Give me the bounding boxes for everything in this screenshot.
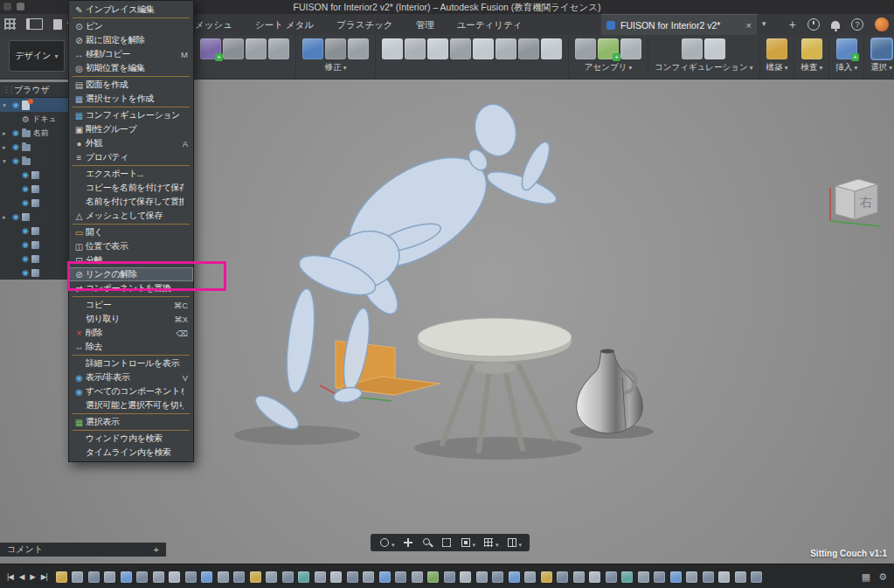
- timeline-feature-icon[interactable]: [589, 571, 600, 583]
- help-icon[interactable]: [851, 18, 863, 31]
- tool-icon[interactable]: [541, 38, 562, 59]
- tool-icon[interactable]: [200, 38, 221, 59]
- context-menu-item[interactable]: 選択可能と選択不可を切り替え: [69, 398, 193, 412]
- ribbon-group-label[interactable]: コンフィギュレーション: [655, 62, 753, 73]
- timeline-feature-icon[interactable]: [121, 571, 132, 583]
- context-menu-item[interactable]: ◎ 初期位置を編集: [69, 61, 193, 75]
- timeline-feature-icon[interactable]: [266, 571, 277, 583]
- app-grid-icon[interactable]: [4, 18, 16, 30]
- comment-bar[interactable]: コメント +: [0, 543, 166, 557]
- context-menu-item[interactable]: × 削除 ⌫: [69, 326, 193, 340]
- visibility-eye-icon[interactable]: [22, 226, 29, 235]
- job-status-icon[interactable]: [807, 18, 820, 31]
- ribbon-group-label[interactable]: 修正: [325, 62, 347, 73]
- context-menu-item[interactable]: コピーを名前を付けて保存...: [69, 181, 193, 195]
- timeline-feature-icon[interactable]: [509, 571, 520, 583]
- visibility-eye-icon[interactable]: [12, 156, 19, 165]
- timeline-feature-icon[interactable]: [315, 571, 326, 583]
- chevron-icon[interactable]: ▸: [3, 213, 10, 221]
- tool-icon[interactable]: [223, 38, 244, 59]
- context-menu-item[interactable]: ⇄ コンポーネントを置換: [69, 281, 193, 295]
- zoom-icon[interactable]: [418, 536, 437, 549]
- ribbon-group-label[interactable]: アセンブリ: [585, 62, 632, 73]
- timeline-feature-icon[interactable]: [136, 571, 148, 583]
- timeline-feature-icon[interactable]: [751, 571, 762, 583]
- context-menu-item[interactable]: [73, 355, 190, 356]
- timeline-feature-icon[interactable]: [201, 571, 212, 583]
- orbit-icon[interactable]: [375, 535, 398, 550]
- context-menu-item[interactable]: [73, 224, 190, 225]
- context-menu-item[interactable]: ▤ 図面を作成: [69, 78, 193, 92]
- timeline-feature-icon[interactable]: [670, 571, 682, 583]
- timeline-feature-icon[interactable]: [347, 571, 358, 583]
- context-menu-item[interactable]: ≡ プロパティ: [69, 150, 193, 164]
- tool-icon[interactable]: [427, 38, 448, 59]
- tool-icon[interactable]: [405, 38, 426, 59]
- timeline-feature-icon[interactable]: [379, 571, 391, 583]
- metal-vase[interactable]: [577, 349, 643, 434]
- timeline-feature-icon[interactable]: [330, 571, 342, 583]
- chevron-icon[interactable]: ▾: [3, 157, 10, 165]
- visibility-eye-icon[interactable]: [12, 100, 19, 109]
- tool-icon[interactable]: [598, 38, 619, 59]
- tool-icon[interactable]: [268, 38, 289, 59]
- workspace-selector[interactable]: デザイン: [9, 40, 65, 72]
- toolbar-tab[interactable]: シート メタル: [244, 14, 325, 35]
- pan-icon[interactable]: [398, 536, 418, 549]
- tool-icon[interactable]: [325, 38, 346, 59]
- timeline-feature-icon[interactable]: [703, 571, 714, 583]
- context-menu-item[interactable]: ▦ 選択セットを作成: [69, 92, 193, 106]
- tool-icon[interactable]: [450, 38, 471, 59]
- tool-icon[interactable]: [518, 38, 539, 59]
- context-menu-item[interactable]: タイムライン内を検索: [69, 446, 193, 460]
- timeline-feature-icon[interactable]: [395, 571, 406, 583]
- context-menu-item[interactable]: ▣ 剛性グループ: [69, 122, 193, 136]
- look-at-icon[interactable]: [456, 535, 480, 550]
- timeline-feature-icon[interactable]: [169, 571, 180, 583]
- timeline-feature-icon[interactable]: [104, 571, 115, 583]
- visibility-eye-icon[interactable]: [22, 170, 29, 179]
- timeline-feature-icon[interactable]: [606, 571, 617, 583]
- tool-icon[interactable]: [246, 38, 267, 59]
- context-menu-item[interactable]: エクスポート...: [69, 167, 193, 181]
- chevron-icon[interactable]: ▸: [3, 143, 10, 151]
- tool-icon[interactable]: [704, 38, 725, 59]
- tool-icon[interactable]: [766, 38, 787, 59]
- timeline-feature-icon[interactable]: [185, 571, 197, 583]
- new-tab-icon[interactable]: [789, 17, 796, 32]
- tool-icon[interactable]: [382, 38, 403, 59]
- file-menu-icon[interactable]: [53, 19, 62, 30]
- toolbar-tab[interactable]: プラスチック: [325, 14, 404, 35]
- timeline-feature-icon[interactable]: [427, 571, 439, 583]
- context-menu-item[interactable]: [73, 165, 190, 166]
- context-menu-item[interactable]: △ メッシュとして保存: [69, 209, 193, 223]
- tool-icon[interactable]: [473, 38, 494, 59]
- toolbar-tab[interactable]: 管理: [405, 14, 446, 35]
- tool-icon[interactable]: [836, 38, 857, 59]
- display-settings-icon[interactable]: [502, 535, 526, 550]
- user-avatar[interactable]: [875, 17, 889, 31]
- timeline-feature-icon[interactable]: [686, 571, 697, 583]
- timeline-feature-icon[interactable]: [250, 571, 261, 583]
- context-menu-item[interactable]: ● 外観 A: [69, 136, 193, 150]
- context-menu-item[interactable]: ▦ 選択表示: [69, 415, 193, 429]
- tool-icon[interactable]: [801, 38, 822, 59]
- context-menu-item[interactable]: ▦ コンフィギュレーション: [69, 108, 193, 122]
- tool-icon[interactable]: [496, 38, 516, 59]
- ribbon-group-label[interactable]: 構築: [766, 62, 788, 73]
- context-menu-item[interactable]: ⊙ ピン: [69, 19, 193, 33]
- context-menu-item[interactable]: 切り取り ⌘X: [69, 312, 193, 326]
- tool-icon[interactable]: [682, 38, 703, 59]
- tool-icon[interactable]: [348, 38, 369, 59]
- timeline-option-icon[interactable]: ⚙: [878, 571, 887, 583]
- context-menu-item[interactable]: コピー ⌘C: [69, 298, 193, 312]
- visibility-eye-icon[interactable]: [22, 240, 29, 249]
- context-menu-item[interactable]: ◉ 表示/非表示 V: [69, 370, 193, 384]
- context-menu-item[interactable]: [73, 413, 190, 414]
- context-menu-item[interactable]: ◉ すべてのコンポーネントを表示: [69, 384, 193, 398]
- chevron-icon[interactable]: ▾: [3, 101, 10, 109]
- context-menu-item[interactable]: ⊘ リンクの解除: [69, 267, 193, 281]
- context-menu-item[interactable]: ⇔ 除去: [69, 340, 193, 354]
- timeline-feature-icon[interactable]: [56, 571, 67, 583]
- context-menu-item[interactable]: ウィンドウ内を検索: [69, 432, 193, 446]
